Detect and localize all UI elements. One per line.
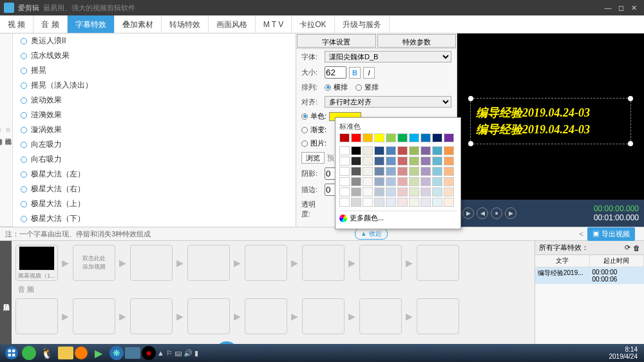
video-track[interactable]: 黑幕视频（1... ▶ 双击此处 添加视频 ▶ ▶ ▶ ▶ ▶ ▶: [15, 245, 531, 281]
effect-item[interactable]: 涟漪效果: [13, 108, 296, 122]
audio-track[interactable]: ▶ ▶ ▶ ▶ ▶ ▶ ▶: [15, 298, 531, 334]
effect-category[interactable]: ☆停留特效: [0, 33, 3, 227]
color-swatch[interactable]: [339, 157, 350, 166]
color-swatch[interactable]: [339, 133, 350, 142]
color-swatch[interactable]: [339, 198, 350, 207]
effect-params-tab[interactable]: 特效参数: [377, 34, 457, 48]
prev-frame-button[interactable]: ◀: [477, 207, 488, 219]
more-colors-button[interactable]: 更多颜色...: [339, 211, 457, 225]
taskbar-app-icon[interactable]: [125, 347, 140, 359]
color-swatch[interactable]: [397, 146, 408, 155]
vertical-radio[interactable]: [355, 84, 362, 91]
italic-button[interactable]: I: [363, 67, 375, 79]
color-swatch[interactable]: [339, 167, 350, 176]
export-button[interactable]: ▣ 导出视频: [587, 227, 635, 241]
color-swatch[interactable]: [432, 146, 442, 155]
color-swatch[interactable]: [432, 167, 442, 176]
color-swatch[interactable]: [409, 146, 419, 155]
main-tab[interactable]: M T V: [256, 15, 292, 33]
color-swatch[interactable]: [409, 177, 419, 186]
color-swatch[interactable]: [444, 167, 454, 176]
color-swatch[interactable]: [386, 167, 396, 176]
main-tab[interactable]: 转场特效: [162, 15, 209, 33]
empty-clip[interactable]: [359, 298, 402, 334]
color-swatch[interactable]: [444, 198, 454, 207]
refresh-icon[interactable]: ⟳: [625, 243, 630, 252]
color-swatch[interactable]: [397, 157, 408, 166]
color-swatch[interactable]: [374, 146, 384, 155]
next-frame-button[interactable]: ▶: [505, 207, 516, 219]
color-swatch[interactable]: [374, 187, 384, 196]
color-swatch[interactable]: [374, 198, 384, 207]
taskbar-app-icon[interactable]: 🐧: [37, 345, 57, 361]
bold-button[interactable]: B: [349, 67, 361, 79]
empty-clip[interactable]: [187, 298, 230, 334]
play-button[interactable]: ▶: [462, 207, 474, 219]
main-tab[interactable]: 叠加素材: [115, 15, 162, 33]
empty-clip[interactable]: [417, 245, 459, 281]
main-tab[interactable]: 升级与服务: [335, 15, 390, 33]
align-select[interactable]: 多行时左对齐: [325, 96, 451, 108]
clip-item[interactable]: 黑幕视频（1...: [15, 245, 58, 281]
effect-item[interactable]: 极星大法（下）: [13, 211, 296, 226]
system-tray[interactable]: ▲ ⚐ 🖴 🔊 ▮: [157, 349, 198, 357]
color-swatch[interactable]: [386, 157, 396, 166]
font-select[interactable]: 潇阳尖魏体D_B: [325, 51, 451, 62]
color-swatch[interactable]: [363, 146, 373, 155]
color-swatch[interactable]: [421, 177, 431, 186]
color-swatch[interactable]: [421, 157, 431, 166]
taskbar-app-icon[interactable]: [58, 347, 73, 359]
start-button[interactable]: [3, 344, 21, 362]
add-clip-placeholder[interactable]: 双击此处 添加视频: [73, 245, 115, 281]
empty-clip[interactable]: [130, 298, 173, 334]
color-swatch[interactable]: [374, 177, 384, 186]
taskbar-app-icon[interactable]: [22, 346, 36, 360]
color-swatch[interactable]: [386, 146, 396, 155]
color-swatch[interactable]: [421, 198, 431, 207]
taskbar-app-icon[interactable]: [75, 347, 88, 359]
empty-clip[interactable]: [245, 298, 287, 334]
main-tab[interactable]: 视 频: [0, 15, 33, 33]
resize-handle[interactable]: [468, 96, 473, 101]
main-tab[interactable]: 画面风格: [209, 15, 256, 33]
single-color-radio[interactable]: [301, 113, 308, 120]
image-fill-radio[interactable]: [301, 140, 308, 147]
taskbar[interactable]: 🐧 ▶ ❋ ● ▲ ⚐ 🖴 🔊 ▮ 8:142019/4/24: [0, 344, 644, 362]
effect-category[interactable]: ☆出现特效: [3, 33, 12, 227]
color-swatch[interactable]: [363, 167, 373, 176]
color-swatch[interactable]: [444, 187, 454, 196]
close-button[interactable]: ✕: [627, 4, 640, 12]
empty-clip[interactable]: [187, 245, 230, 281]
empty-clip[interactable]: [359, 245, 402, 281]
color-swatch[interactable]: [421, 167, 431, 176]
taskbar-app-icon[interactable]: ●: [142, 346, 156, 360]
minimize-button[interactable]: —: [601, 4, 614, 12]
main-tab[interactable]: 卡拉OK: [292, 15, 334, 33]
subtitle-row[interactable]: 编导经验2019...00:00:0000:00:06: [535, 267, 644, 284]
color-swatch[interactable]: [351, 157, 361, 166]
color-swatch[interactable]: [409, 157, 419, 166]
color-swatch[interactable]: [363, 157, 373, 166]
color-swatch[interactable]: [432, 198, 442, 207]
color-swatch[interactable]: [363, 198, 373, 207]
color-swatch[interactable]: [351, 133, 361, 142]
effect-list[interactable]: 奥运人浪II流水线效果摇晃摇晃（淡入淡出）波动效果涟漪效果漩涡效果向左吸力向右吸…: [13, 33, 296, 227]
color-swatch[interactable]: [421, 133, 431, 142]
color-swatch[interactable]: [351, 167, 361, 176]
effect-item[interactable]: 波动效果: [13, 93, 296, 108]
color-swatch[interactable]: [444, 133, 454, 142]
color-picker-popup[interactable]: 标准色 更多颜色...: [335, 117, 461, 229]
color-swatch[interactable]: [351, 198, 361, 207]
color-swatch[interactable]: [339, 177, 350, 186]
effect-item[interactable]: 极星大法（左）: [13, 167, 296, 182]
empty-clip[interactable]: [417, 298, 459, 334]
color-swatch[interactable]: [432, 187, 442, 196]
color-swatch[interactable]: [421, 187, 431, 196]
effect-item[interactable]: 流水线效果: [13, 48, 296, 63]
gradient-radio[interactable]: [301, 127, 308, 133]
color-swatch[interactable]: [386, 177, 396, 186]
effect-item[interactable]: 极星大法（上）: [13, 196, 296, 211]
effect-item[interactable]: 向右吸力: [13, 152, 296, 167]
resize-handle[interactable]: [628, 96, 633, 101]
color-swatch[interactable]: [351, 146, 361, 155]
